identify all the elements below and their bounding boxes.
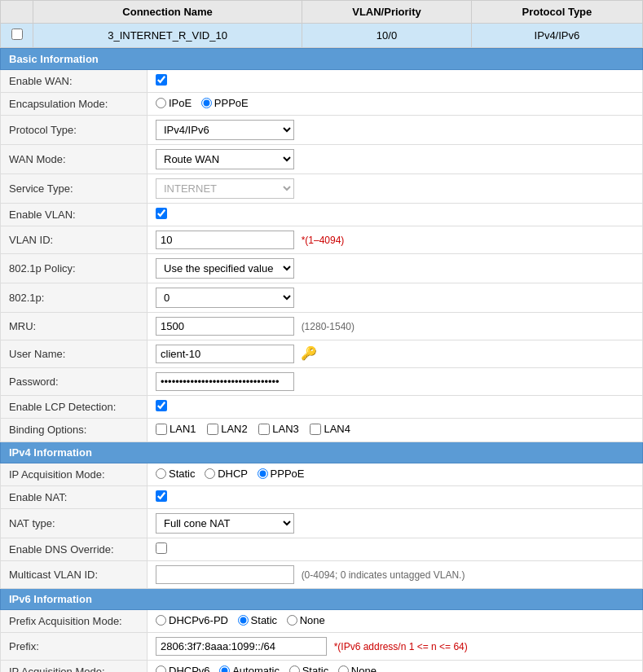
pppoe-ip-option[interactable]: PPPoE (258, 468, 305, 480)
ipv4-info-header: IPv4 Information (1, 441, 643, 463)
dhcpv6pd-label: DHCPv6-PD (169, 614, 228, 626)
dns-override-checkbox[interactable] (156, 542, 167, 554)
ip-acq-label: IP Acquisition Mode: (1, 463, 148, 485)
pppoe-option[interactable]: PPPoE (201, 97, 249, 109)
automatic-option[interactable]: Automatic (219, 665, 280, 673)
dot1p-policy-select[interactable]: Use the specified value (156, 258, 294, 279)
prefix-static-label: Static (251, 614, 278, 626)
prefix-input[interactable] (156, 637, 327, 656)
ipoE-option[interactable]: IPoE (156, 97, 192, 109)
lan1-label: LAN1 (170, 423, 196, 435)
encapsulation-label: Encapsulation Mode: (1, 93, 148, 116)
ipv6-static-radio[interactable] (289, 665, 300, 673)
enable-vlan-row: Enable VLAN: (1, 204, 643, 226)
lan2-checkbox[interactable] (207, 424, 218, 435)
header-table: Connection Name VLAN/Priority Protocol T… (0, 0, 643, 48)
static-label: Static (169, 468, 196, 480)
col-connection-name: Connection Name (33, 1, 302, 24)
ip-acq-row: IP Acquisition Mode: Static DHCP (1, 463, 643, 485)
mru-input[interactable] (156, 317, 294, 336)
enable-vlan-label: Enable VLAN: (1, 204, 148, 226)
dot1p-select[interactable]: 0 (156, 288, 294, 308)
mru-label: MRU: (1, 313, 148, 340)
username-input[interactable] (156, 345, 294, 363)
prefix-none-radio[interactable] (287, 615, 297, 626)
lcp-label: Enable LCP Detection: (1, 396, 148, 419)
dhcpv6pd-radio[interactable] (156, 615, 166, 626)
static-radio[interactable] (156, 468, 166, 479)
lan4-label: LAN4 (324, 423, 350, 435)
vlan-id-hint: *(1–4094) (302, 235, 345, 246)
prefix-row: Prefix: *(IPv6 address/n 1 <= n <= 64) (1, 632, 643, 660)
lan4-option[interactable]: LAN4 (310, 423, 350, 435)
password-row: Password: (1, 368, 643, 396)
automatic-radio[interactable] (219, 665, 230, 673)
dhcpv6-option[interactable]: DHCPv6 (156, 665, 210, 673)
ipv6-acq-row: IP Acquisition Mode: DHCPv6 Automatic (1, 660, 643, 672)
password-label: Password: (1, 368, 148, 396)
protocol-type-label: Protocol Type: (1, 116, 148, 145)
nat-type-row: NAT type: Full cone NAT (1, 508, 643, 538)
ipoE-label: IPoE (169, 97, 192, 109)
dns-override-label: Enable DNS Override: (1, 538, 148, 560)
binding-group: LAN1 LAN2 LAN3 LAN4 (156, 425, 359, 437)
lan3-label: LAN3 (272, 423, 299, 435)
pppoe-ip-radio[interactable] (258, 468, 268, 479)
connection-row: 3_INTERNET_R_VID_10 10/0 IPv4/IPv6 (1, 24, 643, 48)
enable-wan-checkbox[interactable] (156, 74, 167, 86)
wan-mode-select[interactable]: Route WAN (156, 149, 294, 169)
lan3-checkbox[interactable] (258, 424, 270, 435)
dns-override-row: Enable DNS Override: (1, 538, 643, 560)
prefix-acq-label: Prefix Acquisition Mode: (1, 609, 148, 632)
col-vlan-priority: VLAN/Priority (302, 1, 472, 24)
enable-nat-checkbox[interactable] (156, 490, 167, 502)
ipoE-radio[interactable] (156, 98, 166, 108)
protocol-type-select[interactable]: IPv4/IPv6 (156, 120, 294, 140)
dhcp-radio[interactable] (205, 468, 215, 479)
prefix-acq-group: DHCPv6-PD Static None (156, 616, 332, 628)
nat-type-label: NAT type: (1, 508, 148, 538)
connection-name-cell: 3_INTERNET_R_VID_10 (33, 24, 302, 48)
protocol-type-row: Protocol Type: IPv4/IPv6 (1, 116, 643, 145)
pppoe-radio[interactable] (201, 98, 212, 108)
prefix-static-option[interactable]: Static (238, 614, 278, 626)
lcp-checkbox[interactable] (156, 400, 167, 411)
dot1p-row: 802.1p: 0 (1, 283, 643, 313)
binding-label: Binding Options: (1, 419, 148, 442)
mru-hint: (1280-1540) (302, 321, 355, 332)
ipv6-none-radio[interactable] (338, 665, 349, 673)
ipv6-none-option[interactable]: None (338, 665, 377, 673)
encapsulation-row: Encapsulation Mode: IPoE PPPoE (1, 93, 643, 116)
basic-info-label: Basic Information (1, 49, 643, 70)
username-row: User Name: 🔑 (1, 340, 643, 368)
multicast-vlan-input[interactable] (156, 565, 294, 584)
lan4-checkbox[interactable] (310, 424, 321, 435)
lcp-row: Enable LCP Detection: (1, 396, 643, 419)
service-type-select[interactable]: INTERNET (156, 178, 294, 199)
password-input[interactable] (156, 372, 294, 391)
service-type-row: Service Type: INTERNET (1, 174, 643, 204)
prefix-static-radio[interactable] (238, 615, 249, 626)
encapsulation-group: IPoE PPPoE (156, 99, 255, 111)
dhcpv6-radio[interactable] (156, 665, 166, 673)
ipv6-info-header: IPv6 Information (1, 588, 643, 609)
dot1p-label: 802.1p: (1, 283, 148, 313)
nat-type-select[interactable]: Full cone NAT (156, 513, 294, 534)
dot1p-policy-label: 802.1p Policy: (1, 254, 148, 283)
multicast-vlan-label: Multicast VLAN ID: (1, 560, 148, 588)
row-checkbox[interactable] (11, 29, 23, 40)
dhcp-option[interactable]: DHCP (205, 468, 248, 480)
protocol-type-cell: IPv4/IPv6 (471, 24, 642, 48)
ipv6-static-option[interactable]: Static (289, 665, 329, 673)
lan1-option[interactable]: LAN1 (156, 423, 196, 435)
prefix-none-option[interactable]: None (287, 614, 325, 626)
basic-info-header: Basic Information (1, 49, 643, 70)
lan3-option[interactable]: LAN3 (258, 423, 299, 435)
dhcpv6pd-option[interactable]: DHCPv6-PD (156, 614, 228, 626)
enable-vlan-checkbox[interactable] (156, 208, 167, 219)
static-option[interactable]: Static (156, 468, 196, 480)
lan1-checkbox[interactable] (156, 424, 167, 435)
form-table: Basic Information Enable WAN: Encapsulat… (0, 48, 643, 672)
vlan-id-input[interactable] (156, 231, 294, 249)
lan2-option[interactable]: LAN2 (207, 423, 248, 435)
